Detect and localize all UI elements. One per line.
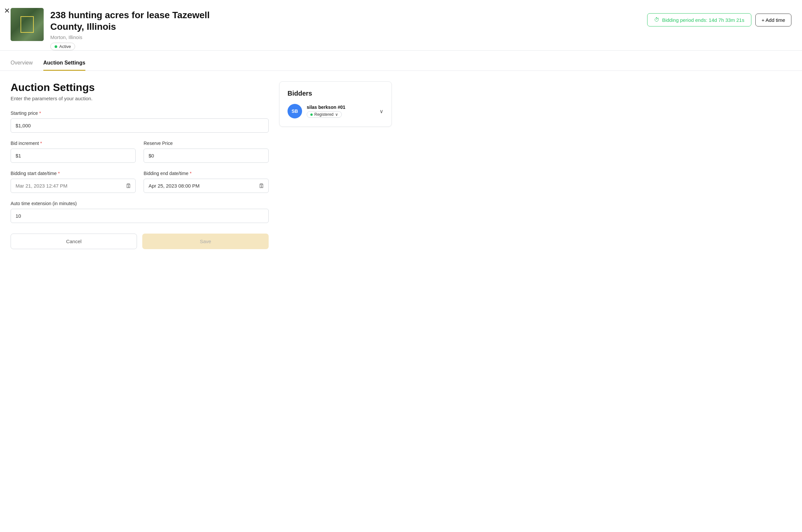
bidding-start-input-wrapper: 🗓 [11, 179, 136, 193]
tab-auction-settings[interactable]: Auction Settings [43, 56, 85, 71]
property-info: 238 hunting acres for lease Tazewell Cou… [50, 8, 210, 50]
bid-reserve-row: Bid increment * Reserve Price [11, 140, 269, 171]
property-title: 238 hunting acres for lease Tazewell Cou… [50, 9, 210, 33]
auction-settings-form: Auction Settings Enter the parameters of… [11, 81, 269, 249]
tab-overview[interactable]: Overview [11, 56, 33, 71]
starting-price-input[interactable] [11, 118, 269, 133]
bid-increment-group: Bid increment * [11, 140, 136, 163]
bidding-start-label: Bidding start date/time * [11, 171, 136, 176]
bidding-end-group: Bidding end date/time * 🗓 [144, 171, 269, 193]
bid-increment-input[interactable] [11, 149, 136, 163]
save-button[interactable]: Save [142, 233, 269, 249]
back-arrow[interactable]: ✕ [4, 7, 10, 15]
bidding-start-group: Bidding start date/time * 🗓 [11, 171, 136, 193]
end-required-star: * [190, 171, 191, 176]
timer-icon: ⏱ [654, 17, 660, 23]
bidder-expand-chevron[interactable]: ∨ [380, 108, 383, 114]
auto-extension-label: Auto time extension (in minutes) [11, 201, 269, 206]
bidder-status-dot [310, 113, 313, 116]
reserve-price-label: Reserve Price [144, 140, 269, 146]
status-label: Active [59, 44, 71, 49]
bidding-timer: ⏱ Bidding period ends: 14d 7h 33m 21s [647, 13, 751, 26]
cancel-button[interactable]: Cancel [11, 233, 137, 249]
auto-extension-input[interactable] [11, 209, 269, 223]
bidders-panel: Bidders SB silas berkson #01 Registered … [279, 81, 392, 127]
starting-price-label: Starting price * [11, 111, 269, 116]
reserve-price-input[interactable] [144, 149, 269, 163]
bidding-start-input[interactable] [11, 179, 136, 193]
bidders-title: Bidders [287, 90, 383, 97]
starting-price-group: Starting price * [11, 111, 269, 133]
bidder-status-badge[interactable]: Registered ∨ [307, 111, 342, 118]
header-left: 238 hunting acres for lease Tazewell Cou… [11, 8, 210, 50]
bidder-row: SB silas berkson #01 Registered ∨ ∨ [287, 104, 383, 118]
bidder-name: silas berkson #01 [307, 104, 375, 110]
page-header: 238 hunting acres for lease Tazewell Cou… [0, 0, 802, 51]
tabs-bar: Overview Auction Settings [0, 56, 802, 71]
reserve-price-group: Reserve Price [144, 140, 269, 163]
property-location: Morton, Illinois [50, 34, 210, 40]
form-subtitle: Enter the parameters of your auction. [11, 96, 269, 101]
bid-increment-label: Bid increment * [11, 140, 136, 146]
start-required-star: * [58, 171, 60, 176]
bidding-end-input[interactable] [144, 179, 269, 193]
status-badge: Active [50, 43, 75, 50]
property-image [11, 8, 44, 41]
status-dot [55, 45, 57, 48]
add-time-button[interactable]: + Add time [755, 14, 791, 26]
timer-label: Bidding period ends: 14d 7h 33m 21s [662, 17, 744, 23]
bidder-status-chevron: ∨ [335, 112, 338, 117]
bid-required-star: * [40, 140, 42, 146]
bidding-end-input-wrapper: 🗓 [144, 179, 269, 193]
main-content: Auction Settings Enter the parameters of… [0, 71, 802, 260]
bidder-info: silas berkson #01 Registered ∨ [307, 104, 375, 118]
bidding-end-label: Bidding end date/time * [144, 171, 269, 176]
header-right: ⏱ Bidding period ends: 14d 7h 33m 21s + … [647, 8, 791, 26]
bidding-dates-row: Bidding start date/time * 🗓 Bidding end … [11, 171, 269, 201]
form-actions: Cancel Save [11, 233, 269, 249]
required-star: * [39, 111, 41, 116]
form-title: Auction Settings [11, 81, 269, 94]
auto-extension-group: Auto time extension (in minutes) [11, 201, 269, 223]
bidder-avatar: SB [287, 104, 302, 118]
bidder-status-label: Registered [314, 112, 333, 117]
